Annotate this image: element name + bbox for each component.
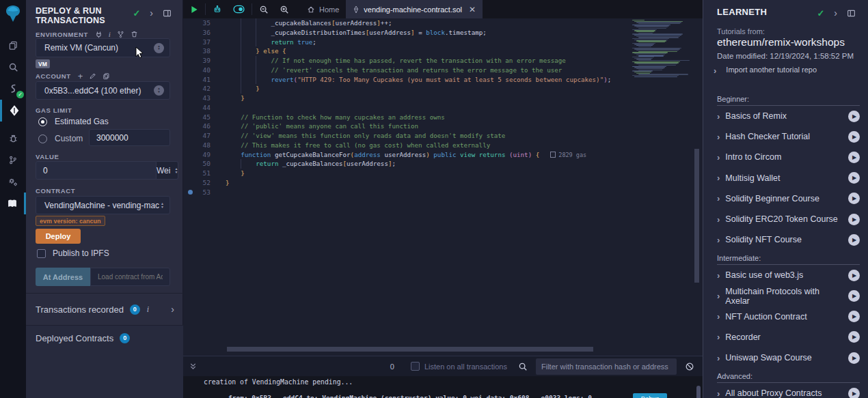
trash-icon[interactable] [131, 30, 138, 38]
play-button[interactable]: ▶ [848, 388, 860, 398]
play-button[interactable]: ▶ [848, 311, 860, 322]
play-button[interactable]: ▶ [848, 131, 860, 143]
code-editor[interactable]: 35 _cupcakeBalances[userAddress]++;36 _c… [183, 18, 703, 346]
tutorial-item[interactable]: ›Basic use of web3.js▶ [717, 265, 860, 285]
debugger-icon[interactable] [0, 127, 26, 149]
terminal-log[interactable]: creation of VendingMachine pending... fr… [183, 376, 703, 398]
learneth-book-icon[interactable] [0, 193, 26, 214]
tutorial-item[interactable]: ›Solidity NFT Course▶ [717, 229, 860, 250]
play-button[interactable]: ▶ [848, 214, 860, 225]
fork-icon[interactable] [117, 31, 124, 38]
plug-icon[interactable] [95, 31, 103, 38]
tutorial-item[interactable]: ›Multisig Wallet▶ [717, 168, 860, 188]
contract-select[interactable]: VendingMachine - vending-machin ▲▼ [36, 196, 170, 214]
line-number[interactable]: 43 [183, 94, 211, 103]
deploy-button[interactable]: Deploy [36, 229, 81, 244]
at-address-button[interactable]: At Address [36, 268, 90, 286]
transactions-recorded-row[interactable]: Transactions recorded 0 i › [36, 301, 174, 317]
play-button[interactable]: ▶ [848, 331, 860, 343]
value-unit-select[interactable]: Wei▲▼ [157, 161, 178, 180]
file-explorer-icon[interactable] [0, 34, 26, 56]
at-address-input[interactable] [90, 268, 170, 286]
chevron-right-icon[interactable]: › [834, 8, 837, 18]
line-number[interactable]: 44 [183, 103, 211, 113]
play-button[interactable]: ▶ [848, 290, 860, 302]
line-number[interactable]: 51 [183, 169, 211, 178]
chevron-right-icon[interactable]: › [171, 304, 174, 315]
play-button[interactable]: ▶ [848, 152, 860, 163]
plugin-manager-icon[interactable] [0, 171, 26, 193]
copilot-toggle-icon[interactable] [228, 0, 250, 18]
pin-panel-icon[interactable] [163, 9, 172, 18]
editor-vertical-scrollbar[interactable] [694, 149, 699, 283]
line-number[interactable]: 47 [183, 131, 211, 141]
estimated-gas-radio[interactable] [38, 117, 47, 126]
tutorial-item[interactable]: ›Intro to Circom▶ [717, 147, 860, 167]
custom-gas-input[interactable] [89, 129, 170, 146]
remix-logo[interactable] [0, 0, 26, 27]
tutorial-item[interactable]: ›Hash Checker Tutorial▶ [717, 126, 860, 147]
play-button[interactable]: ▶ [848, 352, 860, 364]
play-button[interactable]: ▶ [848, 111, 860, 122]
search-icon[interactable] [518, 362, 528, 371]
account-select[interactable]: 0x5B3...eddC4 (100 ether) ▲▼ [36, 81, 170, 100]
tutorial-item[interactable]: ›Multichain Protocols with Axelar▶ [717, 286, 860, 307]
listen-all-checkbox[interactable] [411, 362, 420, 371]
line-number[interactable]: 39 [183, 56, 211, 66]
tutorial-item[interactable]: ›Solidity ERC20 Token Course▶ [717, 209, 860, 229]
chevron-right-icon[interactable]: › [150, 8, 153, 18]
zoom-in-icon[interactable] [274, 0, 295, 18]
play-button[interactable]: ▶ [848, 172, 860, 184]
deploy-run-icon[interactable] [0, 100, 26, 122]
tutorial-item[interactable]: ›Uniswap Swap Course▶ [717, 347, 860, 368]
tab-vending-machine-contract[interactable]: vending-machine-contract.sol ✕ [346, 0, 483, 18]
line-number[interactable]: 38 [183, 46, 211, 56]
tutorial-item[interactable]: ›NFT Auction Contract▶ [717, 307, 860, 327]
line-number[interactable]: 41 [183, 75, 211, 85]
clear-console-icon[interactable] [685, 362, 694, 371]
tutorial-item[interactable]: ›Solidity Beginner Course▶ [717, 188, 860, 209]
play-button[interactable]: ▶ [848, 270, 860, 281]
line-number[interactable]: 35 [183, 18, 211, 28]
editor-minimap[interactable] [632, 20, 690, 79]
debug-button[interactable]: Debug [633, 393, 667, 398]
plus-icon[interactable]: + [78, 73, 83, 80]
line-number[interactable]: 37 [183, 38, 211, 47]
line-number[interactable]: 42 [183, 84, 211, 94]
run-script-icon[interactable] [183, 0, 204, 18]
play-button[interactable]: ▶ [848, 193, 860, 204]
play-button[interactable]: ▶ [848, 234, 860, 246]
edit-pencil-icon[interactable] [89, 72, 96, 80]
environment-select[interactable]: Remix VM (Cancun) ▲▼ [36, 38, 170, 57]
custom-gas-radio[interactable] [38, 134, 47, 143]
line-number[interactable]: 46 [183, 122, 211, 131]
line-number[interactable]: 53 [183, 188, 211, 197]
line-number[interactable]: 49 [183, 150, 211, 160]
tutorial-item[interactable]: ›Basics of Remix▶ [717, 106, 860, 126]
line-number[interactable]: 48 [183, 141, 211, 150]
solidity-compiler-icon[interactable]: ✓ [0, 78, 26, 100]
line-number[interactable]: 40 [183, 66, 211, 75]
deployed-contracts-row[interactable]: Deployed Contracts 0 [36, 330, 174, 346]
line-number[interactable]: 52 [183, 178, 211, 188]
tutorial-item[interactable]: ›Recorder▶ [717, 327, 860, 347]
collapse-terminal-icon[interactable] [189, 362, 198, 371]
publish-ipfs-checkbox[interactable] [37, 249, 46, 258]
info-icon[interactable]: i [147, 304, 149, 315]
source-control-icon[interactable] [0, 149, 26, 171]
terminal-scrollbar[interactable] [696, 386, 701, 398]
search-icon[interactable] [0, 56, 26, 78]
terminal-filter-input[interactable] [536, 358, 677, 375]
import-tutorial-repo[interactable]: › Import another tutorial repo [714, 66, 817, 76]
line-number[interactable]: 50 [183, 159, 211, 169]
ai-assistant-robot-icon[interactable] [207, 0, 228, 18]
zoom-out-icon[interactable] [254, 0, 274, 18]
line-number[interactable]: 45 [183, 113, 211, 122]
close-tab-icon[interactable]: ✕ [469, 5, 476, 14]
info-icon[interactable]: i [109, 30, 111, 38]
line-number[interactable]: 36 [183, 28, 211, 38]
editor-horizontal-scrollbar[interactable] [227, 347, 593, 352]
copy-icon[interactable] [103, 72, 110, 80]
value-input[interactable] [36, 161, 157, 180]
tab-home[interactable]: Home [300, 0, 346, 18]
